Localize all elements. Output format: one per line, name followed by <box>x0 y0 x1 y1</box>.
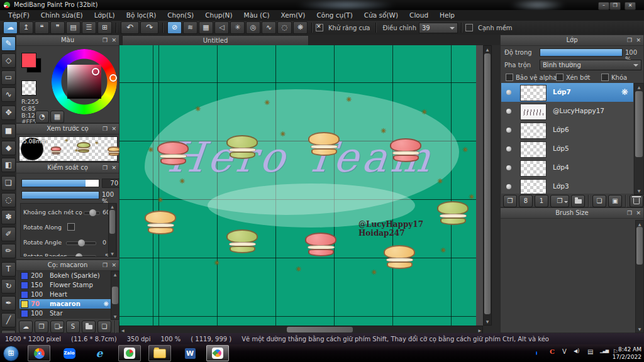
rotate-along-checkbox[interactable] <box>67 223 75 231</box>
visibility-icon[interactable] <box>506 109 511 114</box>
close-icon[interactable]: ✕ <box>111 125 116 133</box>
tray-cleaner-icon[interactable]: C <box>550 348 555 355</box>
add-layer-dropdown-icon[interactable]: ❐ <box>550 195 569 207</box>
close-icon[interactable]: ✕ <box>111 164 116 172</box>
visibility-icon[interactable] <box>506 165 511 170</box>
menu-item-select[interactable]: Chọn(S) <box>162 10 199 21</box>
scroll-up-icon[interactable]: ▲ <box>484 47 491 52</box>
menu-item-window[interactable]: Cửa sổ(W) <box>358 10 404 21</box>
taskbar-coccoc-icon[interactable] <box>118 345 141 361</box>
scroll-up-icon[interactable]: ▲ <box>636 222 643 226</box>
brush-size-slider[interactable] <box>21 179 99 187</box>
snap-off-icon[interactable]: ⊘ <box>167 21 182 34</box>
layer-row[interactable]: Lớp3 <box>501 177 633 194</box>
snap-radial-icon[interactable]: ✳ <box>230 21 245 34</box>
canvas-vertical-scrollbar[interactable]: ▲ ▼ <box>483 45 492 326</box>
brush-add-image-icon[interactable]: ❏ <box>50 321 64 333</box>
palette-icon[interactable]: ◔ <box>35 111 49 123</box>
popout-icon[interactable]: ❐ <box>103 36 108 44</box>
brush-row-selected[interactable]: 70 macaron ❋ <box>19 299 111 309</box>
volume-icon[interactable]: ◀) <box>574 348 579 354</box>
delete-layer-icon[interactable] <box>630 195 643 207</box>
brush-opacity-slider[interactable] <box>21 191 99 199</box>
redo-icon[interactable]: ↷ <box>140 21 158 34</box>
adjust-dropdown[interactable]: 39 <box>419 23 458 33</box>
transform-tool-icon[interactable]: ↻ <box>1 279 16 293</box>
lasso-tool-icon[interactable]: ◌ <box>1 193 16 207</box>
brush-row[interactable] <box>19 318 111 319</box>
swatch-set-icon[interactable]: ▦ <box>50 111 64 123</box>
brush-duplicate-icon[interactable]: ❏ <box>97 321 111 333</box>
scroll-up-icon[interactable]: ▲ <box>111 272 119 277</box>
taskbar-zalo-icon[interactable]: Zalo <box>58 345 80 361</box>
rotate-random-slider[interactable] <box>66 255 96 257</box>
menu-item-layer[interactable]: Lớp(L) <box>89 10 121 21</box>
brush-row[interactable]: 100 Star <box>19 309 111 318</box>
brush-row[interactable]: 100 Heart <box>19 290 111 299</box>
brush-new-icon[interactable]: ❐ <box>35 321 48 333</box>
close-icon[interactable]: ✕ <box>111 36 116 44</box>
marquee-tool-icon[interactable]: ❏ <box>1 176 16 190</box>
clipping-checkbox[interactable] <box>556 74 564 81</box>
snap-settings-icon[interactable]: ❋ <box>293 21 308 34</box>
menu-item-view[interactable]: Xem(V) <box>275 10 311 21</box>
snap-vanishing-icon[interactable]: ◁ <box>214 21 229 34</box>
brush-size-scrollbar[interactable]: ▲ ▼ <box>635 220 644 333</box>
lock-checkbox[interactable] <box>601 74 609 81</box>
merge-layer-icon[interactable]: ▣ <box>608 195 622 207</box>
close-icon[interactable]: ✕ <box>111 261 116 269</box>
snap-curve-icon[interactable]: ∿ <box>262 21 276 34</box>
antialias-checkbox[interactable] <box>316 24 323 31</box>
network-icon[interactable]: ▁▃▅ <box>600 348 608 353</box>
menu-item-help[interactable]: Help <box>434 10 460 21</box>
snap-concentric-icon[interactable]: ◎ <box>246 21 260 34</box>
visibility-icon[interactable] <box>506 184 511 189</box>
brush-folder-icon[interactable] <box>82 321 96 333</box>
tray-zalo-icon[interactable] <box>536 349 537 358</box>
scroll-down-icon[interactable]: ▼ <box>111 314 119 319</box>
document-icon[interactable]: ▤ <box>66 21 80 34</box>
bucket-tool-icon[interactable]: ◆ <box>1 141 16 155</box>
undo-icon[interactable]: ↶ <box>121 21 139 34</box>
select-eraser-tool-icon[interactable]: ✏ <box>1 244 16 258</box>
text-tool-icon[interactable]: T <box>1 262 16 277</box>
canvas-tab[interactable]: Untitled <box>122 35 309 46</box>
start-button[interactable]: ⊞ <box>3 346 19 361</box>
menu-item-cloud[interactable]: Cloud <box>404 10 434 21</box>
brush-tool-icon[interactable]: ✎ <box>1 36 16 51</box>
popout-icon[interactable]: ❐ <box>103 261 108 269</box>
fill-rect-tool-icon[interactable]: ■ <box>1 124 16 138</box>
magic-wand-tool-icon[interactable]: ✽ <box>1 210 16 224</box>
comment-icon[interactable]: ❝ <box>35 21 49 34</box>
pen-tool-icon[interactable]: ✒ <box>1 296 16 310</box>
taskbar-chrome-icon[interactable] <box>28 345 50 361</box>
duplicate-layer-icon[interactable]: ❏ <box>592 195 606 207</box>
spacing-slider[interactable] <box>84 211 100 215</box>
taskbar-clock[interactable]: 8:42 AM 17/2/2022 <box>613 346 641 361</box>
polyline-tool-icon[interactable]: ∿ <box>1 87 16 102</box>
close-icon[interactable]: ✕ <box>636 36 641 44</box>
layer-row[interactable]: Lớp4 <box>501 158 633 178</box>
popout-icon[interactable]: ❐ <box>627 209 632 217</box>
scroll-left-icon[interactable]: ◀ <box>121 328 125 332</box>
material-list-icon[interactable]: ☰ <box>82 21 96 34</box>
foreground-color-swatch[interactable] <box>21 53 36 68</box>
snap-grid-icon[interactable]: ▦ <box>199 21 213 34</box>
scroll-down-icon[interactable]: ▼ <box>109 251 116 256</box>
select-pen-tool-icon[interactable]: ✐ <box>1 227 16 241</box>
menu-item-snap[interactable]: Chụp(N) <box>199 10 238 21</box>
rotate-angle-slider[interactable] <box>66 241 96 245</box>
brush-cloud-download-icon[interactable]: ☁ <box>19 321 33 333</box>
hue-marker[interactable] <box>109 74 117 82</box>
menu-item-file[interactable]: Tệp(F) <box>3 10 35 21</box>
eraser-tool-icon[interactable]: ◇ <box>1 53 16 68</box>
menu-item-edit[interactable]: Chỉnh sửa(E) <box>35 10 89 21</box>
title-bar[interactable]: MediBang Paint Pro (32bit) – ❐ ✕ <box>0 0 644 10</box>
scroll-down-icon[interactable]: ▼ <box>636 327 643 331</box>
new-8bit-layer-icon[interactable]: 8 <box>519 195 533 207</box>
comment-list-icon[interactable]: ❞ <box>50 21 65 34</box>
canvas-viewport[interactable]: Hero Team @LucyHappy17 Hoidap247 <box>119 45 476 326</box>
layer-row[interactable]: @LucyHappy17 <box>501 102 633 121</box>
export-icon[interactable]: ↥ <box>19 21 33 34</box>
sv-marker[interactable] <box>92 68 99 75</box>
